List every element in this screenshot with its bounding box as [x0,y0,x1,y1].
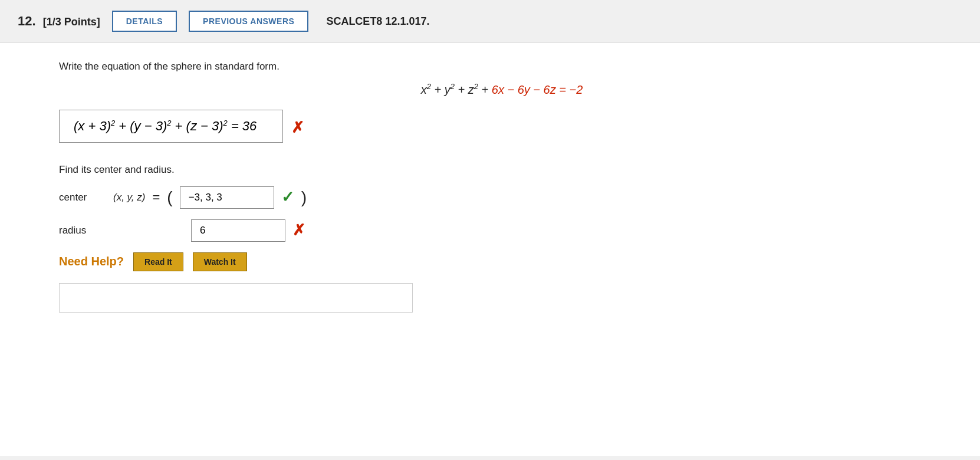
student-answer-row: (x + 3)2 + (y − 3)2 + (z − 3)2 = 36 ✗ [59,110,945,146]
question-number: 12. [1/3 Points] [18,14,100,29]
center-open-paren: ( [167,188,172,207]
radius-wrong-icon: ✗ [292,221,305,239]
center-label: center [59,192,106,203]
radius-input[interactable] [191,219,285,242]
problem-code: SCALCET8 12.1.017. [326,15,429,28]
watch-it-button[interactable]: Watch It [193,252,247,271]
content-area: Write the equation of the sphere in stan… [0,43,980,456]
center-equals: = [152,190,160,205]
find-center-radius-text: Find its center and radius. [59,164,945,176]
instruction-text: Write the equation of the sphere in stan… [59,61,945,73]
read-it-button[interactable]: Read It [133,252,183,271]
problem-equation: x2 + y2 + z2 + 6x − 6y − 6z = −2 [59,82,945,97]
need-help-label: Need Help? [59,255,124,268]
radius-label: radius [59,225,106,236]
answer-wrong-icon: ✗ [291,119,304,137]
center-input-row: center (x, y, z) = ( ✓ ) [59,186,945,209]
previous-answers-button[interactable]: PREVIOUS ANSWERS [189,11,308,32]
radius-input-row: radius ✗ [59,219,945,242]
center-close-paren: ) [301,188,307,207]
center-xyz-label: (x, y, z) [113,192,145,203]
bottom-input-area [59,283,413,313]
center-correct-icon: ✓ [281,188,294,206]
points-label: [1/3 Points] [43,16,100,28]
details-button[interactable]: DETAILS [112,11,177,32]
center-input[interactable] [180,186,274,209]
question-header: 12. [1/3 Points] DETAILS PREVIOUS ANSWER… [0,0,980,43]
need-help-section: Need Help? Read It Watch It [59,252,945,271]
student-answer-box: (x + 3)2 + (y − 3)2 + (z − 3)2 = 36 [59,110,283,143]
